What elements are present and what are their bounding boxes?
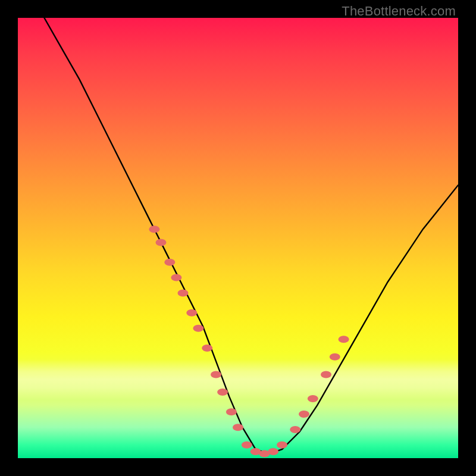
- marker-dot: [321, 371, 331, 378]
- marker-dot: [330, 353, 340, 361]
- marker-dot: [164, 259, 175, 266]
- highlight-markers: [149, 226, 349, 457]
- marker-dot: [211, 371, 221, 378]
- plot-area: [18, 18, 458, 458]
- marker-dot: [290, 426, 300, 433]
- marker-dot: [268, 448, 278, 455]
- curve-svg: [18, 18, 458, 458]
- marker-dot: [202, 345, 212, 352]
- marker-dot: [149, 226, 159, 233]
- watermark-text: TheBottleneck.com: [342, 4, 456, 19]
- marker-dot: [242, 441, 252, 449]
- marker-dot: [308, 395, 318, 402]
- marker-dot: [156, 239, 167, 246]
- marker-dot: [277, 441, 287, 449]
- marker-dot: [186, 309, 197, 317]
- marker-dot: [339, 336, 349, 343]
- bottleneck-curve: [44, 18, 458, 454]
- marker-dot: [178, 290, 189, 297]
- chart-container: TheBottleneck.com: [0, 0, 476, 476]
- marker-dot: [299, 411, 309, 418]
- marker-dot: [217, 389, 228, 396]
- marker-dot: [233, 424, 243, 431]
- marker-dot: [171, 274, 181, 281]
- marker-dot: [193, 325, 203, 332]
- marker-dot: [226, 408, 237, 415]
